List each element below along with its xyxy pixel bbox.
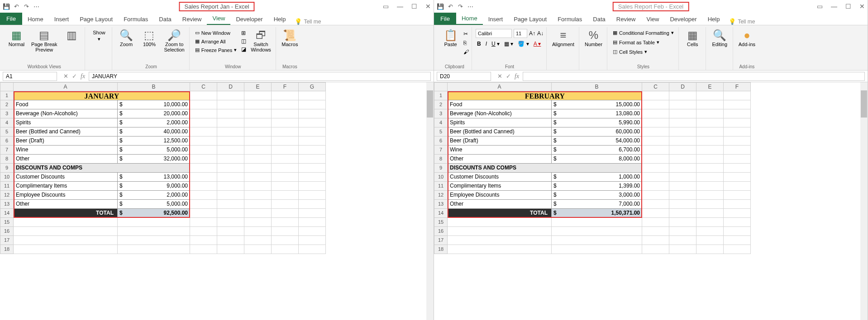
- cell[interactable]: [272, 191, 299, 200]
- maximize-icon[interactable]: ☐: [411, 3, 417, 10]
- tab-developer[interactable]: Developer: [230, 14, 268, 25]
- save-icon[interactable]: 💾: [3, 3, 10, 10]
- col-header[interactable]: B: [118, 82, 190, 91]
- row-header[interactable]: 2: [0, 100, 14, 109]
- cell[interactable]: [299, 155, 326, 164]
- cell[interactable]: [217, 100, 244, 109]
- cell[interactable]: [724, 146, 751, 155]
- cell[interactable]: [272, 109, 299, 118]
- row-header[interactable]: 17: [0, 236, 14, 245]
- cell[interactable]: [190, 182, 217, 191]
- font-name-input[interactable]: [476, 29, 512, 38]
- row-header[interactable]: 8: [434, 155, 448, 164]
- cell[interactable]: [272, 227, 299, 236]
- cell[interactable]: [724, 136, 751, 146]
- cell[interactable]: [299, 245, 326, 254]
- tab-formulas[interactable]: Formulas: [118, 14, 153, 25]
- col-header[interactable]: C: [190, 82, 217, 91]
- cell[interactable]: [217, 136, 244, 146]
- tab-data[interactable]: Data: [153, 14, 176, 25]
- cell[interactable]: [669, 164, 696, 173]
- col-header[interactable]: E: [696, 82, 724, 91]
- tab-view[interactable]: View: [641, 14, 664, 25]
- cell-value[interactable]: $13,080.00: [552, 109, 642, 118]
- tab-file[interactable]: File: [434, 13, 456, 25]
- row-header[interactable]: 13: [0, 200, 14, 209]
- row-header[interactable]: 4: [434, 118, 448, 127]
- cell[interactable]: [669, 218, 696, 227]
- month-header[interactable]: FEBRUARY: [448, 91, 642, 100]
- cell[interactable]: [724, 182, 751, 191]
- row-header[interactable]: 5: [434, 127, 448, 136]
- cell[interactable]: [724, 109, 751, 118]
- cell[interactable]: [244, 200, 272, 209]
- cell-value[interactable]: $5,000.00: [118, 146, 190, 155]
- cell[interactable]: [272, 155, 299, 164]
- close-icon[interactable]: ✕: [859, 3, 865, 10]
- cell[interactable]: [190, 209, 217, 218]
- cell[interactable]: [217, 118, 244, 127]
- cell[interactable]: [14, 218, 118, 227]
- row-header[interactable]: 12: [434, 191, 448, 200]
- row-header[interactable]: 12: [0, 191, 14, 200]
- cell-label[interactable]: Food: [14, 100, 118, 109]
- cell-value[interactable]: $54,000.00: [552, 136, 642, 146]
- split-icon[interactable]: ⊞: [241, 30, 246, 36]
- cell-label[interactable]: Customer Discounts: [14, 173, 118, 182]
- cell-label[interactable]: Wine: [448, 146, 552, 155]
- col-header[interactable]: C: [642, 82, 669, 91]
- maximize-icon[interactable]: ☐: [845, 3, 851, 10]
- conditional-formatting-button[interactable]: ▦Conditional Formatting ▾: [611, 29, 676, 37]
- cell[interactable]: [696, 218, 724, 227]
- cell[interactable]: [724, 227, 751, 236]
- cell[interactable]: [696, 109, 724, 118]
- cell-label[interactable]: Spirits: [14, 118, 118, 127]
- redo-icon[interactable]: ↷: [23, 3, 30, 10]
- cell-value[interactable]: $13,000.00: [118, 173, 190, 182]
- cell-value[interactable]: $1,000.00: [552, 173, 642, 182]
- cells-button[interactable]: ▦Cells: [682, 29, 703, 48]
- cell[interactable]: [272, 200, 299, 209]
- addins-button[interactable]: ●Add-ins: [737, 29, 757, 48]
- tab-file[interactable]: File: [0, 13, 22, 25]
- cell-value[interactable]: $2,000.00: [118, 191, 190, 200]
- cell[interactable]: [724, 127, 751, 136]
- cell-label[interactable]: Employee Discounts: [448, 191, 552, 200]
- cell[interactable]: [299, 164, 326, 173]
- cell[interactable]: [244, 191, 272, 200]
- row-header[interactable]: 1: [0, 91, 14, 100]
- col-header[interactable]: D: [669, 82, 696, 91]
- tab-insert[interactable]: Insert: [483, 14, 509, 25]
- cell[interactable]: [190, 91, 217, 100]
- cell[interactable]: [272, 218, 299, 227]
- cell[interactable]: [272, 236, 299, 245]
- cell[interactable]: [299, 127, 326, 136]
- cell[interactable]: [299, 200, 326, 209]
- italic-button[interactable]: I: [484, 40, 488, 48]
- cancel-icon[interactable]: ✕: [63, 73, 68, 80]
- formula-input[interactable]: [89, 72, 431, 81]
- tab-review[interactable]: Review: [177, 14, 207, 25]
- cell[interactable]: [724, 245, 751, 254]
- show-button[interactable]: Show▾: [89, 29, 109, 43]
- tab-data[interactable]: Data: [587, 14, 610, 25]
- name-box[interactable]: [437, 72, 491, 81]
- row-header[interactable]: 6: [0, 136, 14, 146]
- increase-font-icon[interactable]: A↑: [529, 30, 535, 37]
- row-header[interactable]: 1: [434, 91, 448, 100]
- cell[interactable]: [642, 118, 669, 127]
- section-header[interactable]: DISCOUNTS AND COMPS: [14, 164, 190, 173]
- cell[interactable]: [642, 173, 669, 182]
- total-label[interactable]: TOTAL: [14, 209, 118, 218]
- cell-value[interactable]: $10,000.00: [118, 100, 190, 109]
- cell[interactable]: [642, 209, 669, 218]
- cell[interactable]: [724, 91, 751, 100]
- cell-label[interactable]: Other: [14, 155, 118, 164]
- row-header[interactable]: 6: [434, 136, 448, 146]
- cell[interactable]: [299, 173, 326, 182]
- fill-color-button[interactable]: 🪣 ▾: [516, 40, 530, 48]
- copy-icon[interactable]: ⎘: [463, 40, 469, 46]
- tab-review[interactable]: Review: [611, 14, 641, 25]
- cell[interactable]: [299, 218, 326, 227]
- cell[interactable]: [299, 227, 326, 236]
